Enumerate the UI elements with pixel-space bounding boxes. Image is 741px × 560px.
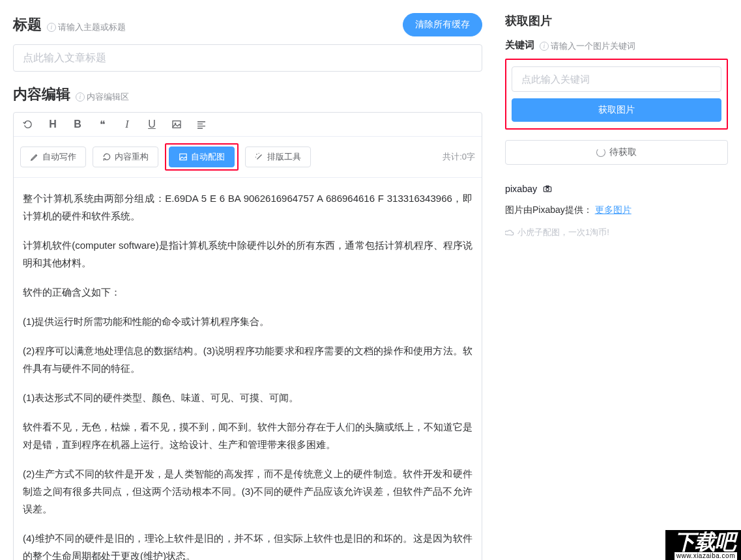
align-left-icon[interactable] xyxy=(194,117,209,132)
more-images-link[interactable]: 更多图片 xyxy=(595,204,632,215)
main-column: 标题 i 请输入主题或标题 清除所有缓存 内容编辑 i 内容编辑区 H B ❝ xyxy=(0,0,495,560)
pixabay-logo: pixabay xyxy=(505,176,728,204)
formatting-toolbar: H B ❝ I U xyxy=(14,113,482,137)
wand-icon xyxy=(255,152,264,161)
title-hint-text: 请输入主题或标题 xyxy=(58,21,126,33)
keyword-label: 关键词 xyxy=(505,39,534,51)
word-count: 共计:0字 xyxy=(443,151,475,163)
auto-image-button[interactable]: 自动配图 xyxy=(169,147,235,167)
bold-icon[interactable]: B xyxy=(70,117,85,132)
paragraph: (2)生产方式不同的软件是开发，是人类智能的高发挥，而不是传统意义上的硬件制造。… xyxy=(23,465,472,518)
svg-text:pixabay: pixabay xyxy=(505,184,538,194)
clear-cache-button[interactable]: 清除所有缓存 xyxy=(403,13,482,36)
paragraph: (1)提供运行时所需功能和性能的命令或计算机程序集合。 xyxy=(23,313,472,330)
heading-icon[interactable]: H xyxy=(45,117,61,132)
undo-icon[interactable] xyxy=(20,117,36,132)
editor-hint-text: 内容编辑区 xyxy=(87,91,129,103)
info-icon: i xyxy=(47,23,56,32)
image-icon[interactable] xyxy=(169,117,184,132)
loading-icon xyxy=(596,148,605,157)
auto-image-highlight: 自动配图 xyxy=(165,143,239,171)
pencil-icon xyxy=(30,152,39,161)
paragraph: 软件的正确含义如下： xyxy=(23,283,472,301)
editor-hint: i 内容编辑区 xyxy=(76,91,129,103)
refresh-icon xyxy=(102,152,111,161)
info-icon: i xyxy=(76,92,85,102)
watermark: 下载吧 www.xiazaiba.com xyxy=(665,530,741,560)
quote-icon[interactable]: ❝ xyxy=(94,117,110,132)
restructure-button[interactable]: 内容重构 xyxy=(93,147,158,167)
paragraph: 计算机软件(computer software)是指计算机系统中除硬件以外的所有… xyxy=(23,236,472,272)
footer-note: 小虎子配图，一次1淘币! xyxy=(505,227,728,238)
paragraph: (4)维护不同的硬件是旧的，理论上软件是旧的，并不坏，但实际上软件也是旧的和坏的… xyxy=(23,529,472,560)
keyword-hint-text: 请输入一个图片关键词 xyxy=(551,40,635,52)
paragraph: 软件看不见，无色，枯燥，看不见，摸不到，闻不到。软件大部分存在于人们的头脑或纸上… xyxy=(23,418,472,453)
action-bar: 自动写作 内容重构 自动配图 排版工具 共计:0字 xyxy=(14,137,482,178)
paragraph: (1)表达形式不同的硬件类型、颜色、味道、可见、可摸、可闻。 xyxy=(23,389,472,406)
sidebar: 获取图片 关键词 i 请输入一个图片关键词 获取图片 待获取 pixabay 图… xyxy=(495,0,741,560)
keyword-input[interactable] xyxy=(512,66,721,92)
article-title-input[interactable] xyxy=(13,44,482,72)
editor-label: 内容编辑 xyxy=(13,85,70,104)
fetch-image-button[interactable]: 获取图片 xyxy=(512,98,721,122)
cloud-icon xyxy=(505,228,514,237)
content-editor[interactable]: 整个计算机系统由两部分组成：E.69DA 5 E 6 BA 9062616964… xyxy=(14,178,482,560)
keyword-hint: i 请输入一个图片关键词 xyxy=(540,40,635,52)
svg-point-5 xyxy=(546,188,549,190)
pending-button[interactable]: 待获取 xyxy=(505,140,728,165)
sidebar-title: 获取图片 xyxy=(505,13,728,29)
editor-box: H B ❝ I U 自动写作 内容重构 xyxy=(13,112,482,560)
italic-icon[interactable]: I xyxy=(119,117,135,132)
underline-icon[interactable]: U xyxy=(144,117,160,132)
paragraph: (2)程序可以满意地处理信息的数据结构。(3)说明程序功能要求和程序需要的文档的… xyxy=(23,342,472,377)
keyword-highlight: 获取图片 xyxy=(505,59,728,130)
image-plus-icon xyxy=(179,152,188,161)
title-hint: i 请输入主题或标题 xyxy=(47,21,126,33)
auto-write-button[interactable]: 自动写作 xyxy=(20,147,86,167)
title-label: 标题 xyxy=(13,15,42,35)
paragraph: 整个计算机系统由两部分组成：E.69DA 5 E 6 BA 9062616964… xyxy=(23,189,472,225)
title-section-header: 标题 i 请输入主题或标题 清除所有缓存 xyxy=(13,13,482,36)
info-icon: i xyxy=(540,42,549,51)
pixabay-credit: 图片由Pixabay提供： 更多图片 xyxy=(505,204,728,216)
layout-tool-button[interactable]: 排版工具 xyxy=(245,147,311,167)
